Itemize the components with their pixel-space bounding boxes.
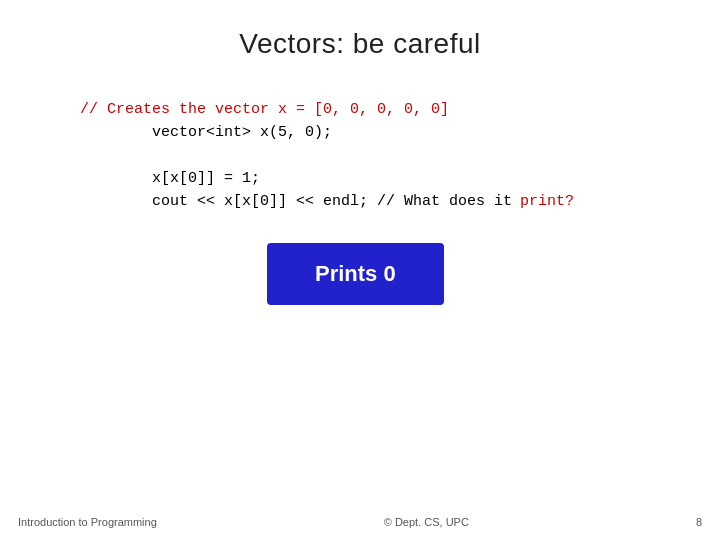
code-line-4: x[x[0]] = 1; [80,167,720,190]
answer-badge-container: Prints 0 [0,213,720,305]
code-block-1: // Creates the vector x = [0, 0, 0, 0, 0… [80,98,720,145]
prints-0-badge: Prints 0 [267,243,444,305]
footer: Introduction to Programming © Dept. CS, … [0,516,720,528]
code-line-5: cout << x[x[0]] << endl; [80,190,368,213]
code-line-5-part2: // What does it [368,190,512,213]
code-comment-line: // Creates the vector x = [0, 0, 0, 0, 0… [80,98,720,121]
slide-title: Vectors: be careful [0,0,720,60]
print-label: print? [520,190,574,213]
slide-container: Vectors: be careful // Creates the vecto… [0,0,720,540]
code-line-2: vector<int> x(5, 0); [80,121,720,144]
code-block-2: x[x[0]] = 1; cout << x[x[0]] << endl; //… [80,167,720,214]
footer-right: 8 [696,516,702,528]
footer-left: Introduction to Programming [18,516,157,528]
footer-center: © Dept. CS, UPC [384,516,469,528]
